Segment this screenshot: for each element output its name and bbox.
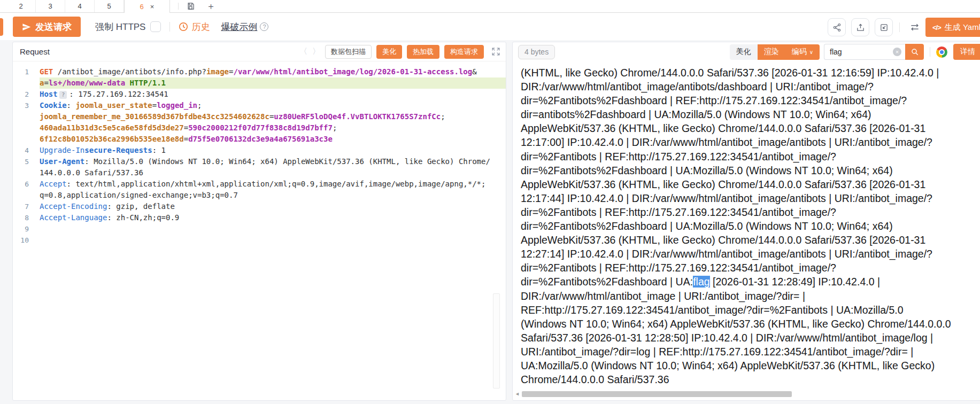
line-number: 9 — [13, 223, 40, 235]
request-line: 6f12c8b01052b36ca2996b535ee18e8d=d75f5e0… — [13, 134, 506, 145]
help-icon[interactable]: ? — [260, 22, 268, 31]
close-tab-icon[interactable]: × — [150, 3, 155, 10]
request-line: 4Upgrade-Insecure-Requests: 1 — [13, 145, 506, 156]
export-button[interactable] — [851, 18, 869, 36]
tab-label: 3 — [48, 2, 52, 10]
toolbar-right: </> 生成 Yaml — [828, 18, 980, 37]
host-hint-badge: ? — [59, 91, 67, 99]
tab-4[interactable]: 4 — [65, 0, 95, 12]
line-number: 3 — [13, 100, 40, 111]
tab-label: 4 — [78, 2, 81, 10]
response-line: AppleWebKit/537.36 (KHTML, like Gecko) C… — [521, 233, 980, 247]
search-match-highlight: flag — [693, 276, 709, 288]
swap-request-response-icon[interactable] — [909, 22, 920, 33]
line-code: 144.0.0.0 Safari/537.36 — [40, 167, 506, 178]
line-code: Accept: text/html,application/xhtml+xml,… — [40, 178, 506, 190]
response-encode-dropdown[interactable]: 编码 ∨ — [785, 44, 820, 60]
left-edge-handle[interactable] — [0, 18, 3, 36]
response-line: (KHTML, like Gecko) Chrome/144.0.0.0 Saf… — [521, 66, 980, 80]
scroll-left-arrow[interactable]: ◄ — [515, 391, 520, 397]
line-code: GET /antibot_image/antibots/info.php?ima… — [40, 66, 506, 77]
tab-label: 6 — [140, 3, 144, 11]
code-icon: </> — [932, 24, 941, 32]
beautify-button[interactable]: 美化 — [376, 45, 402, 59]
request-line: 144.0.0.0 Safari/537.36 — [13, 167, 506, 178]
line-number — [13, 77, 40, 89]
force-https-checkbox[interactable] — [150, 21, 161, 32]
response-line: (Windows NT 10.0; Win64; x64) AppleWebKi… — [521, 317, 980, 331]
response-line: dir=%2Fantibots%2Fdashboard | UA:flag [2… — [521, 275, 980, 289]
line-code: 460ada11b31d3c5e5ca6e58fd5d3de27=590c200… — [40, 122, 506, 134]
line-number: 2 — [13, 89, 40, 100]
response-line: AppleWebKit/537.36 (KHTML, like Gecko) C… — [521, 177, 980, 191]
tab-5[interactable]: 5 — [95, 0, 124, 12]
history-prev-icon[interactable]: 〈 — [299, 46, 307, 57]
request-line: 10 — [13, 235, 506, 246]
request-line: 1GET /antibot_image/antibots/info.php?im… — [13, 66, 506, 77]
line-number: 6 — [13, 178, 40, 190]
tab-2[interactable]: 2 — [6, 0, 36, 12]
line-number: 10 — [13, 235, 40, 246]
packet-scan-button[interactable]: 数据包扫描 — [325, 45, 372, 59]
line-code: Cookie: joomla_user_state=logged_in; — [40, 100, 506, 111]
response-line: URI:/antibot_image/?dir=log | REF:http:/… — [521, 345, 980, 359]
divider — [178, 3, 179, 10]
share-button[interactable] — [828, 18, 846, 36]
response-panel: 4 bytes 美化 渲染 编码 ∨ × 详情 — [512, 42, 980, 401]
tab-3[interactable]: 3 — [36, 0, 65, 12]
line-number: 7 — [13, 201, 40, 212]
chrome-browser-icon[interactable] — [936, 46, 947, 58]
history-button[interactable]: 历史 — [179, 21, 210, 33]
send-request-label: 发送请求 — [35, 21, 72, 33]
response-beautify-tab[interactable]: 美化 — [730, 44, 758, 60]
construct-request-button[interactable]: 构造请求 — [444, 45, 484, 59]
line-number — [13, 111, 40, 122]
search-button[interactable] — [905, 44, 924, 60]
response-line: dir=%2Fantibots%2Fdashboard | REF:http:/… — [521, 94, 980, 107]
line-code: 6f12c8b01052b36ca2996b535ee18e8d=d75f5e0… — [40, 134, 506, 145]
request-line: q=0.8,application/signed-exchange;v=b3;q… — [13, 190, 506, 201]
request-line: 460ada11b31d3c5e5ca6e58fd5d3de27=590c200… — [13, 122, 506, 134]
response-log-text[interactable]: (KHTML, like Gecko) Chrome/144.0.0.0 Saf… — [513, 61, 980, 386]
line-code: q=0.8,application/signed-exchange;v=b3;q… — [40, 190, 506, 201]
chevron-down-icon: ∨ — [809, 49, 813, 55]
blast-example-link[interactable]: 爆破示例 — [221, 21, 257, 33]
response-line: DIR:/var/www/html/antibot_image/antibots… — [521, 80, 980, 94]
send-request-button[interactable]: 发送请求 — [13, 17, 81, 37]
tab-6-active[interactable]: 6 × — [124, 0, 170, 13]
hot-reload-button[interactable]: 热加载 — [407, 45, 439, 59]
line-code: Host?: 175.27.169.122:34541 — [40, 89, 506, 100]
line-code — [40, 223, 506, 235]
line-number — [13, 190, 40, 201]
response-render-tab[interactable]: 渲染 — [758, 44, 785, 60]
response-line: dir=%2Fantibots | REF:http://175.27.169.… — [521, 205, 980, 219]
new-tab-icon[interactable]: ＋ — [206, 0, 215, 12]
line-number: 8 — [13, 212, 40, 223]
request-line: 5User-Agent: Mozilla/5.0 (Windows NT 10.… — [13, 156, 506, 167]
response-line: DIR:/var/www/html/antibot_image | URI:/a… — [521, 289, 980, 303]
encode-label: 编码 — [792, 47, 807, 57]
response-horizontal-scrollbar[interactable] — [522, 391, 792, 397]
request-line: 2Host?: 175.27.169.122:34541 — [13, 89, 506, 100]
import-button[interactable] — [875, 18, 893, 36]
response-line: Safari/537.36 [2026-01-31 12:28:50] IP:1… — [521, 331, 980, 345]
response-line: 12:17:00] IP:10.42.4.0 | DIR:/var/www/ht… — [521, 135, 980, 149]
request-line: 8Accept-Language: zh-CN,zh;q=0.9 — [13, 212, 506, 223]
request-editor[interactable]: 1GET /antibot_image/antibots/info.php?im… — [13, 61, 506, 246]
line-number: 5 — [13, 156, 40, 167]
response-line: dir=%2Fantibots | REF:http://175.27.169.… — [521, 261, 980, 275]
request-panel-title: Request — [20, 47, 50, 56]
divider — [930, 47, 930, 57]
detail-button[interactable]: 详情 — [953, 44, 980, 60]
request-line: 9 — [13, 223, 506, 235]
request-panel: Request 〈 〉 数据包扫描 美化 热加载 构造请求 1GET /anti… — [12, 42, 506, 401]
clock-icon — [179, 22, 188, 32]
generate-yaml-button[interactable]: </> 生成 Yaml — [925, 18, 980, 37]
history-next-icon[interactable]: 〉 — [312, 46, 320, 57]
response-line: dir=%2Fantibots%2Fdashboard | UA:Mozilla… — [521, 219, 980, 233]
request-scrollbar[interactable] — [493, 293, 500, 389]
clear-search-icon[interactable]: × — [893, 48, 901, 56]
fullscreen-icon[interactable] — [491, 47, 500, 56]
save-icon[interactable] — [187, 2, 195, 10]
response-line: REF:http://175.27.169.122:34541/antibot_… — [521, 303, 980, 317]
